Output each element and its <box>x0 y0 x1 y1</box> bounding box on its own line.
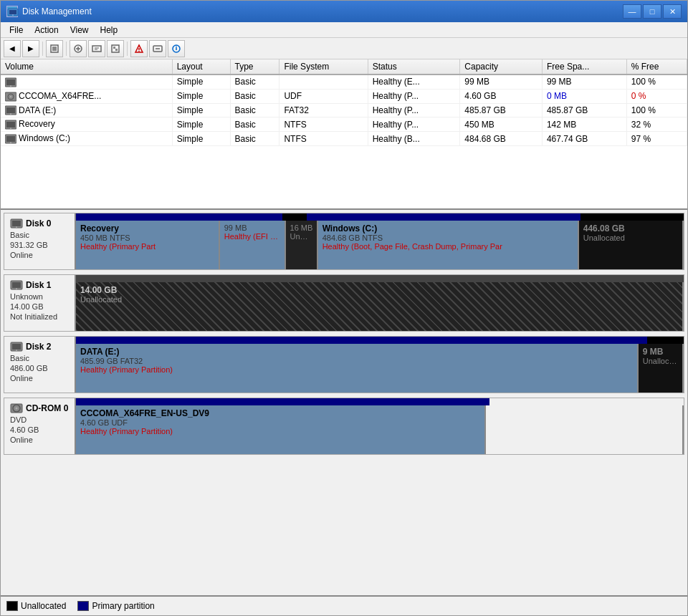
svg-point-2 <box>12 14 14 16</box>
svg-point-16 <box>138 50 140 52</box>
table-cell-fs: UDF <box>280 89 368 103</box>
cdrom-partitions[interactable]: CCCOMA_X64FRE_EN-US_DV9 4.60 GB UDF Heal… <box>76 405 684 454</box>
table-cell-layout: Simple <box>172 132 230 146</box>
table-row[interactable]: RecoverySimpleBasicNTFSHealthy (P...450 … <box>1 117 687 132</box>
table-cell-pct: 0 % <box>626 89 687 103</box>
svg-rect-13 <box>115 49 118 51</box>
svg-rect-35 <box>6 136 15 142</box>
status-bar: Unallocated Primary partition <box>1 595 687 615</box>
legend-primary-box <box>77 601 89 611</box>
table-row[interactable]: CCCOMA_X64FRE...SimpleBasicUDFHealthy (P… <box>1 89 687 103</box>
back-button[interactable]: ◀ <box>4 40 21 57</box>
cdrom-bar-2 <box>489 398 684 405</box>
col-status[interactable]: Status <box>368 59 460 74</box>
col-pctfree[interactable]: % Free <box>626 59 687 74</box>
toolbar-btn-6[interactable] <box>168 40 185 57</box>
svg-rect-44 <box>12 344 21 350</box>
forward-button[interactable]: ▶ <box>22 40 39 57</box>
disk2-row: Disk 2 Basic 486.00 GB Online DATA (E:) … <box>4 336 684 393</box>
menu-bar: File Action View Help <box>1 22 687 38</box>
disk0-unalloc-partition[interactable]: 446.08 GB Unallocated <box>579 221 684 269</box>
disk1-partitions[interactable]: 14.00 GB Unallocated <box>76 282 684 331</box>
disk0-recovery-partition[interactable]: Recovery 450 MB NTFS Healthy (Primary Pa… <box>76 221 220 269</box>
disk0-efi-size: 99 MB <box>224 223 280 232</box>
table-cell-layout: Simple <box>172 117 230 132</box>
disk1-bar-1 <box>76 275 684 282</box>
disk2-label: Disk 2 Basic 486.00 GB Online <box>4 337 76 393</box>
cdrom-type: DVD <box>10 415 69 424</box>
disk0-efi-partition[interactable]: 99 MB Healthy (EFI Sys <box>220 221 286 269</box>
disk0-partitions[interactable]: Recovery 450 MB NTFS Healthy (Primary Pa… <box>76 221 684 269</box>
app-icon <box>6 6 18 17</box>
disk1-unalloc-partition[interactable]: 14.00 GB Unallocated <box>76 282 684 331</box>
disk1-row: Disk 1 Unknown 14.00 GB Not Initialized … <box>4 274 684 332</box>
menu-action[interactable]: Action <box>29 23 64 37</box>
minimize-button[interactable]: — <box>623 4 641 19</box>
svg-rect-32 <box>6 122 15 127</box>
cdrom-disc-partition[interactable]: CCCOMA_X64FRE_EN-US_DV9 4.60 GB UDF Heal… <box>76 405 486 454</box>
volume-table[interactable]: Volume Layout Type File System Status Ca… <box>1 59 687 210</box>
disk2-data-partition[interactable]: DATA (E:) 485.99 GB FAT32 Healthy (Prima… <box>76 344 639 393</box>
menu-file[interactable]: File <box>4 23 29 37</box>
table-cell-free: 467.74 GB <box>542 132 626 146</box>
col-freespace[interactable]: Free Spa... <box>542 59 626 74</box>
disk0-content: Recovery 450 MB NTFS Healthy (Primary Pa… <box>76 213 684 269</box>
disk2-unalloc-partition[interactable]: 9 MB Unallocated <box>639 344 684 393</box>
table-cell-fs: NTFS <box>280 132 368 146</box>
legend-unallocated: Unallocated <box>6 601 66 611</box>
disk2-partitions[interactable]: DATA (E:) 485.99 GB FAT32 Healthy (Prima… <box>76 344 684 393</box>
table-cell-type: Basic <box>230 74 280 89</box>
svg-point-36 <box>10 142 11 143</box>
up-button[interactable] <box>46 40 63 57</box>
table-cell-volume: DATA (E:) <box>1 103 172 117</box>
svg-rect-8 <box>92 46 101 52</box>
toolbar-btn-5[interactable] <box>149 40 166 57</box>
main-window: Disk Management — □ ✕ File Action View H… <box>0 0 688 616</box>
disk0-name: Disk 0 <box>26 218 51 228</box>
table-cell-volume: Recovery <box>1 117 172 132</box>
toolbar-btn-1[interactable] <box>70 40 87 57</box>
menu-view[interactable]: View <box>64 23 95 37</box>
disk0-bar-4 <box>307 213 580 221</box>
disk1-unalloc-name: 14.00 GB <box>80 285 678 295</box>
svg-rect-41 <box>12 282 21 288</box>
table-cell-status: Healthy (B... <box>368 132 460 146</box>
col-capacity[interactable]: Capacity <box>460 59 543 74</box>
col-volume[interactable]: Volume <box>1 59 172 74</box>
disk0-recovery-name: Recovery <box>80 223 214 234</box>
cdrom-content: CCCOMA_X64FRE_EN-US_DV9 4.60 GB UDF Heal… <box>76 398 684 454</box>
menu-help[interactable]: Help <box>95 23 124 37</box>
title-bar-left: Disk Management <box>6 6 92 17</box>
close-button[interactable]: ✕ <box>663 4 682 19</box>
toolbar-btn-2[interactable] <box>88 40 105 57</box>
disk1-status: Not Initialized <box>10 312 69 321</box>
table-cell-capacity: 4.60 GB <box>460 89 543 103</box>
toolbar-btn-3[interactable] <box>107 40 124 57</box>
disk2-size: 486.00 GB <box>10 364 69 372</box>
disk0-bar <box>76 213 684 221</box>
disk0-windows-partition[interactable]: Windows (C:) 484.68 GB NTFS Healthy (Boo… <box>318 221 579 269</box>
table-row[interactable]: Windows (C:)SimpleBasicNTFSHealthy (B...… <box>1 132 687 146</box>
col-layout[interactable]: Layout <box>172 59 230 74</box>
col-type[interactable]: Type <box>230 59 280 74</box>
table-row[interactable]: SimpleBasicHealthy (E...99 MB99 MB100 % <box>1 74 687 89</box>
table-cell-status: Healthy (P... <box>368 89 460 103</box>
toolbar-btn-4[interactable] <box>130 40 148 57</box>
disk0-unalloc-small-partition[interactable]: 16 MB Unalloca <box>286 221 318 269</box>
table-cell-capacity: 99 MB <box>460 74 543 89</box>
disk2-content: DATA (E:) 485.99 GB FAT32 Healthy (Prima… <box>76 337 684 393</box>
svg-point-30 <box>10 113 11 115</box>
disk2-unalloc-status: Unallocated <box>643 357 678 365</box>
table-cell-pct: 100 % <box>626 103 687 117</box>
disk1-type: Unknown <box>10 292 69 301</box>
disk0-recovery-size: 450 MB NTFS <box>80 234 214 242</box>
maximize-button[interactable]: □ <box>643 4 661 19</box>
table-cell-fs: NTFS <box>280 117 368 132</box>
disk0-bar-3 <box>282 213 307 221</box>
table-cell-volume: Windows (C:) <box>1 132 172 146</box>
disk1-content: 14.00 GB Unallocated <box>76 275 684 331</box>
table-cell-capacity: 484.68 GB <box>460 132 543 146</box>
cdrom-status: Online <box>10 435 69 444</box>
table-row[interactable]: DATA (E:)SimpleBasicFAT32Healthy (P...48… <box>1 103 687 117</box>
col-filesystem[interactable]: File System <box>280 59 368 74</box>
